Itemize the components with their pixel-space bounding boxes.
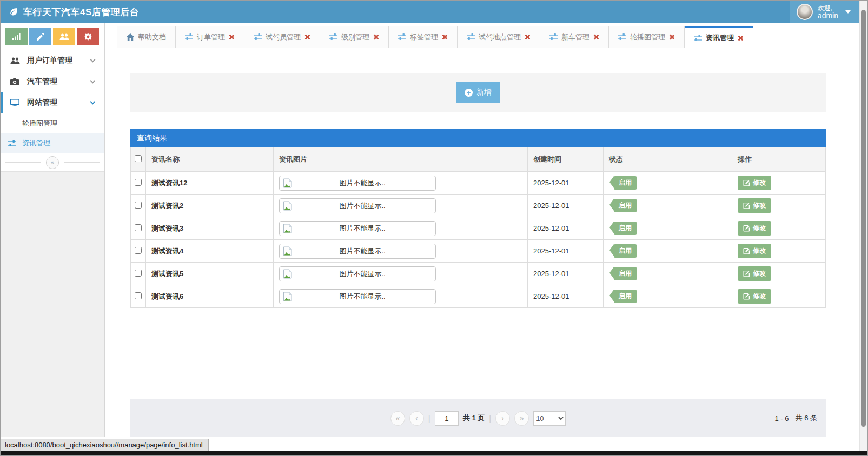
gears-icon [84,32,92,41]
close-icon[interactable] [373,34,379,40]
results-title: 查询结果 [130,129,826,147]
info-name-cell: 测试资讯2 [146,195,274,217]
page-input[interactable] [435,411,459,426]
scrollbar-thumb[interactable] [861,10,866,427]
table-row: 测试资讯12 [131,172,826,195]
tab-label: 试驾地点管理 [479,32,521,42]
edit-icon [743,225,750,232]
tab-label: 帮助文档 [138,32,166,42]
table-row: 测试资讯3 [131,217,826,240]
tab[interactable]: 试驾员管理 [244,26,320,48]
broken-image-icon [283,246,293,256]
close-icon[interactable] [669,34,675,40]
sidebar-collapse-button[interactable]: « [46,156,59,169]
users-icon [10,57,22,64]
close-icon[interactable] [525,34,531,40]
settings-quick-button[interactable] [77,28,99,45]
sidebar-item-label: 轮播图管理 [22,119,57,129]
edit-button[interactable]: 修改 [738,266,771,281]
status-badge: 启用 [614,290,637,303]
column-header: 资讯名称 [146,147,274,172]
edit-quick-button[interactable] [29,28,51,45]
tab[interactable]: 资讯管理 [685,26,753,48]
edit-button[interactable]: 修改 [738,289,771,304]
edit-button[interactable]: 修改 [738,176,771,190]
close-icon[interactable] [593,34,599,40]
tab-label: 级别管理 [341,32,369,42]
info-name-cell: 测试资讯4 [146,240,274,263]
table-row: 测试资讯2 [131,195,826,217]
close-icon[interactable] [442,34,448,40]
tab[interactable]: 帮助文档 [117,26,176,48]
tab[interactable]: 级别管理 [320,26,389,48]
select-all-checkbox[interactable] [135,155,142,162]
users-icon [59,33,69,41]
total-pages-label: 共 1 页 [463,413,485,423]
filler-cell [811,285,826,308]
users-quick-button[interactable] [53,28,75,45]
close-icon[interactable] [304,34,310,40]
row-checkbox[interactable] [135,202,142,209]
row-checkbox[interactable] [135,292,142,299]
image-placeholder: 图片不能显示.. [279,198,436,213]
sliders-icon [254,33,262,41]
filler-cell [811,195,826,217]
edit-button[interactable]: 修改 [738,221,771,236]
broken-image-icon [283,269,293,279]
window-bottom-edge [1,451,867,455]
pencil-icon [37,33,44,41]
sliders-icon [549,33,558,41]
edit-icon [743,202,750,209]
user-menu[interactable]: 欢迎, admin [790,1,859,23]
sidebar-item-website[interactable]: 网站管理 [1,92,104,113]
next-page-button[interactable]: › [495,411,510,426]
sidebar-item-cars[interactable]: 汽车管理 [1,71,104,92]
chevron-down-icon [90,57,96,62]
tab[interactable]: 轮播图管理 [609,26,685,48]
image-placeholder: 图片不能显示.. [279,244,436,259]
column-header-filler [811,147,826,172]
stats-quick-button[interactable] [5,28,28,45]
spacer [130,308,826,399]
page-size-select[interactable]: 10 [533,411,566,426]
tab[interactable]: 标签管理 [389,26,458,48]
close-icon[interactable] [738,35,744,41]
edit-button[interactable]: 修改 [738,244,771,258]
tab[interactable]: 试驾地点管理 [458,26,540,48]
status-badge: 启用 [614,222,637,235]
close-icon[interactable] [229,34,235,40]
row-checkbox[interactable] [135,270,142,277]
tab-label: 试驾员管理 [266,32,301,42]
tab-label: 新车管理 [561,32,589,42]
sidebar-filler [1,172,104,437]
table-row: 测试资讯5 [131,263,826,285]
table-header-row: 资讯名称资讯图片创建时间状态操作 [131,147,826,172]
add-button[interactable]: + 新增 [456,82,500,103]
sliders-icon [694,35,702,42]
edit-button-label: 修改 [753,178,766,187]
first-page-button[interactable]: « [390,411,405,426]
image-placeholder: 图片不能显示.. [279,176,436,191]
edit-button[interactable]: 修改 [738,198,771,213]
prev-page-button[interactable]: ‹ [409,411,424,426]
sidebar-item-info[interactable]: 资讯管理 [1,133,104,153]
tab[interactable]: 订单管理 [176,26,244,48]
vertical-scrollbar[interactable] [859,1,867,451]
welcome-text: 欢迎, [818,4,838,12]
sidebar-item-carousel[interactable]: 轮播图管理 [1,113,104,133]
app-header: 车行天下汽车4S店管理后台 欢迎, admin [1,1,859,23]
row-checkbox[interactable] [135,179,142,186]
tab[interactable]: 新车管理 [540,26,609,48]
last-page-button[interactable]: » [514,411,529,426]
results-table: 资讯名称资讯图片创建时间状态操作 测试资讯12 [130,147,826,308]
row-checkbox[interactable] [135,247,142,254]
sidebar-item-user-orders[interactable]: 用户订单管理 [1,50,104,71]
sidebar-item-label: 汽车管理 [27,77,57,86]
sidebar-item-label: 网站管理 [27,98,57,108]
created-cell: 2025-12-01 [528,195,604,217]
tab-label: 轮播图管理 [630,32,665,42]
username: admin [818,12,838,19]
pagination-bar: « ‹ | 共 1 页 | › » 10 [130,399,826,437]
browser-window: 车行天下汽车4S店管理后台 欢迎, admin [0,0,868,456]
row-checkbox[interactable] [135,224,142,231]
